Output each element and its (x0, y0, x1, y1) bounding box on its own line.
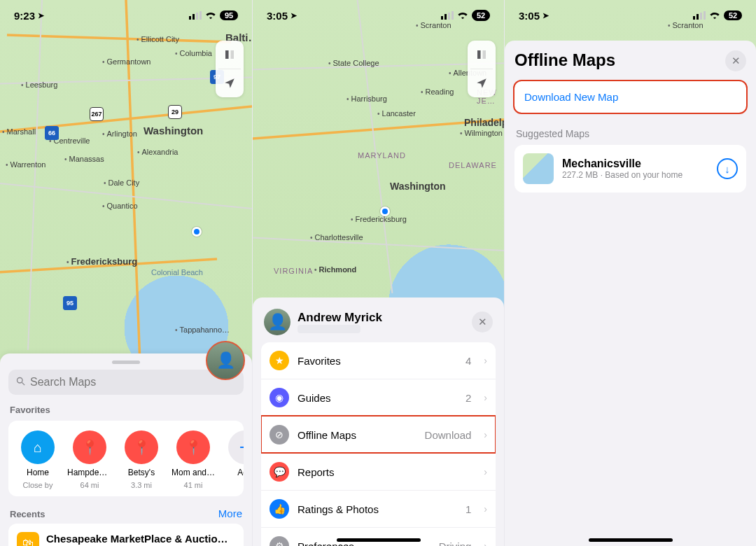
search-sheet[interactable]: 👤 Favorites ⌂HomeClose by 📍Hampden…64 mi… (0, 354, 252, 546)
favorite-item[interactable]: 📍Hampden…64 mi (67, 430, 112, 489)
suggested-map-item[interactable]: Mechanicsville 227.2 MB · Based on your … (514, 145, 746, 192)
profile-subline (298, 325, 360, 333)
chevron-right-icon: › (484, 503, 487, 514)
map-controls (216, 41, 244, 97)
wifi-icon (709, 10, 720, 22)
svg-rect-18 (444, 14, 447, 20)
recenter-button[interactable] (216, 69, 244, 97)
search-field[interactable] (8, 370, 244, 395)
favorite-item[interactable]: 📍Mom and…41 mi (171, 430, 216, 489)
download-new-map-button[interactable]: Download New Map (514, 81, 746, 113)
download-icon: ↓ (724, 163, 730, 175)
home-indicator[interactable] (589, 538, 673, 542)
chevron-right-icon: › (484, 392, 487, 403)
svg-rect-20 (451, 11, 454, 20)
status-bar: 9:23➤ 95 (0, 0, 252, 31)
download-button[interactable]: ↓ (717, 158, 738, 179)
route-shield-66: 66 (45, 126, 59, 140)
current-location-dot (380, 206, 390, 216)
map-layers-button[interactable] (216, 41, 244, 69)
svg-point-11 (18, 377, 23, 383)
sheet-grabber[interactable] (112, 360, 140, 364)
map-controls (468, 41, 496, 97)
route-shield-267: 267 (90, 107, 104, 121)
city-alexandria: Alexandria (137, 148, 178, 156)
close-button[interactable]: ✕ (472, 312, 493, 332)
cellular-icon (441, 10, 454, 22)
menu-ratings[interactable]: 👍Ratings & Photos1› (261, 490, 496, 527)
route-shield-95: 95 (63, 296, 77, 310)
menu-reports[interactable]: 💬Reports› (261, 453, 496, 490)
favorite-add[interactable]: +Add (223, 430, 244, 489)
status-bar: 3:05➤ 52 (505, 0, 756, 31)
city-arlington: Arlington (102, 130, 137, 138)
screenshot-3: Scranton 3:05➤ 52 Offline Maps ✕ Downloa… (504, 0, 756, 546)
close-icon: ✕ (732, 55, 741, 67)
plus-icon: + (228, 430, 244, 464)
close-button[interactable]: ✕ (725, 50, 746, 71)
svg-rect-10 (200, 11, 202, 20)
region-virginia: VIRGINIA (274, 267, 313, 275)
label-colonial-beach: Colonial Beach (151, 268, 203, 276)
map-layers-button[interactable] (468, 41, 496, 69)
pin-icon: 📍 (125, 430, 158, 464)
profile-menu: ★Favorites4› ◉Guides2› ⊘Offline MapsDown… (261, 342, 496, 546)
search-input[interactable] (30, 376, 237, 388)
recent-title: Chesapeake MarketPlace & Auction H… (46, 533, 228, 545)
recents-more-link[interactable]: More (218, 507, 242, 519)
close-icon: ✕ (478, 316, 487, 328)
wifi-icon (205, 10, 216, 22)
shopping-bag-icon: 🛍 (17, 532, 39, 546)
profile-name: Andrew Myrick (298, 311, 382, 325)
svg-rect-19 (448, 13, 450, 20)
menu-favorites[interactable]: ★Favorites4› (261, 342, 496, 379)
location-services-icon: ➤ (38, 11, 44, 20)
menu-preferences[interactable]: ⚙PreferencesDriving› (261, 527, 496, 546)
svg-rect-24 (704, 11, 706, 20)
svg-rect-8 (192, 14, 195, 20)
offline-maps-panel[interactable]: Offline Maps ✕ Download New Map Suggeste… (505, 41, 756, 546)
favorite-home[interactable]: ⌂HomeClose by (15, 430, 60, 489)
offline-icon: ⊘ (270, 425, 289, 444)
city-warrenton: Warrenton (6, 160, 46, 169)
svg-rect-21 (693, 16, 695, 20)
cellular-icon (693, 10, 706, 22)
svg-line-6 (28, 0, 42, 350)
suggested-maps-header: Suggested Maps (516, 128, 745, 139)
profile-avatar-button[interactable]: 👤 (206, 341, 245, 380)
region-maryland: MARYLAND (358, 151, 406, 160)
profile-avatar[interactable]: 👤 (264, 309, 290, 335)
home-indicator[interactable] (337, 538, 421, 542)
svg-line-15 (358, 0, 393, 293)
recent-item[interactable]: 🛍 Chesapeake MarketPlace & Auction H… 50… (8, 524, 244, 546)
menu-offline-maps[interactable]: ⊘Offline MapsDownload› (261, 416, 496, 453)
city-philadelphia: Philadelphia (464, 117, 504, 128)
city-dale: Dale City (104, 178, 139, 187)
home-icon: ⌂ (21, 430, 55, 464)
location-services-icon: ➤ (290, 11, 297, 20)
map-thumbnail (523, 153, 554, 184)
chevron-right-icon: › (484, 429, 487, 440)
svg-rect-9 (196, 13, 198, 20)
pin-icon: 📍 (73, 430, 106, 464)
city-fredericksburg: Fredericksburg (351, 215, 407, 223)
status-time: 3:05 (267, 10, 288, 22)
svg-rect-7 (189, 16, 191, 20)
recenter-button[interactable] (468, 69, 496, 97)
city-ellicott: Ellicott City (136, 35, 179, 43)
menu-guides[interactable]: ◉Guides2› (261, 379, 496, 416)
profile-sheet[interactable]: 👤 Andrew Myrick ✕ ★Favorites4› ◉Guides2›… (253, 298, 504, 546)
city-manassas: Manassas (64, 155, 104, 163)
svg-line-12 (22, 382, 24, 385)
favorite-item[interactable]: 📍Betsy's3.3 mi (119, 430, 164, 489)
favorites-row[interactable]: ⌂HomeClose by 📍Hampden…64 mi 📍Betsy's3.3… (8, 421, 244, 496)
city-lancaster: Lancaster (377, 109, 416, 118)
city-richmond: Richmond (314, 265, 356, 274)
location-services-icon: ➤ (542, 11, 549, 20)
suggested-map-name: Mechanicsville (562, 158, 682, 170)
city-washington: Washington (390, 181, 446, 192)
city-fredericksburg: Fredericksburg (66, 256, 137, 267)
status-time: 3:05 (519, 10, 540, 22)
status-bar: 3:05➤ 52 (253, 0, 504, 31)
city-leesburg: Leesburg (21, 80, 57, 89)
